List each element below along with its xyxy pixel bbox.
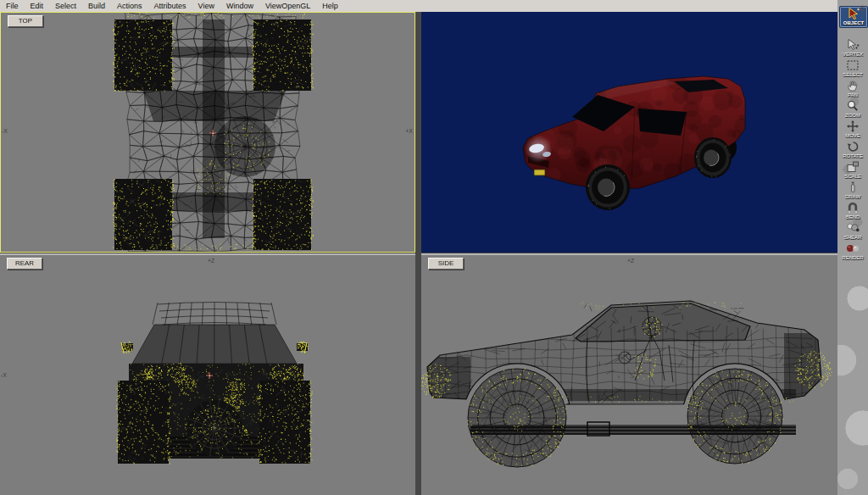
tool-rotate-button[interactable]: ROTATE <box>840 141 865 159</box>
axis-label-neg-x: -X <box>1 372 7 378</box>
viewport-label-rear[interactable]: REAR <box>7 258 42 270</box>
tool-label: PAN <box>840 92 865 98</box>
tool-label: ZOOM <box>840 113 865 119</box>
tool-vertex-button[interactable]: VERTEX <box>840 39 865 58</box>
tool-select-button[interactable]: SELECT <box>840 59 865 78</box>
tool-pan-button[interactable]: PAN <box>840 80 865 98</box>
axis-label-neg-x: -X <box>2 128 8 134</box>
draw-pen-icon <box>840 181 865 194</box>
pan-hand-icon <box>840 80 865 92</box>
rear-view-canvas[interactable] <box>0 255 415 495</box>
menu-viewopengl[interactable]: ViewOpenGL <box>259 0 316 12</box>
scale-box-icon <box>840 161 865 174</box>
tool-shear-button[interactable]: SHEAR <box>840 222 865 241</box>
viewport-rear[interactable]: REAR +Z -X <box>0 253 415 495</box>
rotate-arrow-icon <box>840 141 865 153</box>
viewport-workspace: TOP -X +X REAR +Z -X SIDE +Z <box>0 12 837 495</box>
tool-move-button[interactable]: MOVE <box>840 120 865 139</box>
tool-draw-button[interactable]: DRAW <box>840 181 865 200</box>
select-marquee-icon <box>840 59 865 72</box>
axis-label-pos-x: +X <box>405 128 413 134</box>
menu-help[interactable]: Help <box>316 0 344 12</box>
tool-bend-button[interactable]: BEND <box>840 202 865 220</box>
zoom-magnifier-icon <box>840 100 865 113</box>
tool-label: BEND <box>840 214 865 220</box>
tool-label: SELECT <box>840 72 865 78</box>
bend-magnet-icon <box>840 202 865 214</box>
shear-spheres-icon <box>840 222 865 235</box>
tool-label: VERTEX <box>840 52 865 58</box>
side-view-canvas[interactable] <box>421 255 837 495</box>
viewport-top[interactable]: TOP -X +X <box>0 12 415 253</box>
vertex-cursor-icon <box>840 39 865 52</box>
tool-label: RENDER <box>840 255 865 261</box>
menu-view[interactable]: View <box>192 0 220 12</box>
tool-scale-button[interactable]: SCALE <box>840 161 865 180</box>
axis-label-pos-z: +Z <box>208 258 214 264</box>
tool-zoom-button[interactable]: ZOOM <box>840 100 865 119</box>
tool-label: OBJECT <box>841 20 866 26</box>
menu-bar: FileEditSelectBuildActionsAttributesView… <box>0 0 837 12</box>
tool-sidebar: OBJECTVERTEXSELECTPANZOOMMOVEROTATESCALE… <box>837 0 868 495</box>
top-view-canvas[interactable] <box>1 13 415 252</box>
tool-render-button[interactable]: RENDER <box>840 242 865 261</box>
menu-actions[interactable]: Actions <box>111 0 148 12</box>
menu-build[interactable]: Build <box>82 0 111 12</box>
menu-window[interactable]: Window <box>220 0 259 12</box>
tool-label: MOVE <box>840 133 865 139</box>
menu-attributes[interactable]: Attributes <box>148 0 192 12</box>
viewport-3d-perspective[interactable] <box>421 12 837 253</box>
tool-label: DRAW <box>840 194 865 200</box>
viewport-side[interactable]: SIDE +Z <box>421 253 837 495</box>
menu-file[interactable]: File <box>0 0 25 12</box>
viewport-label-top[interactable]: TOP <box>8 15 43 27</box>
perspective-view-canvas[interactable] <box>421 12 837 253</box>
render-spheres-icon <box>840 242 865 255</box>
tool-label: SCALE <box>840 174 865 180</box>
viewport-label-side[interactable]: SIDE <box>428 258 464 270</box>
axis-label-pos-z: +Z <box>627 258 634 264</box>
menu-edit[interactable]: Edit <box>25 0 50 12</box>
tool-label: ROTATE <box>840 153 865 159</box>
tool-label: SHEAR <box>840 235 865 241</box>
move-arrows-icon <box>840 120 865 133</box>
settings-gear-icon[interactable] <box>859 1 866 16</box>
menu-select[interactable]: Select <box>49 0 82 12</box>
